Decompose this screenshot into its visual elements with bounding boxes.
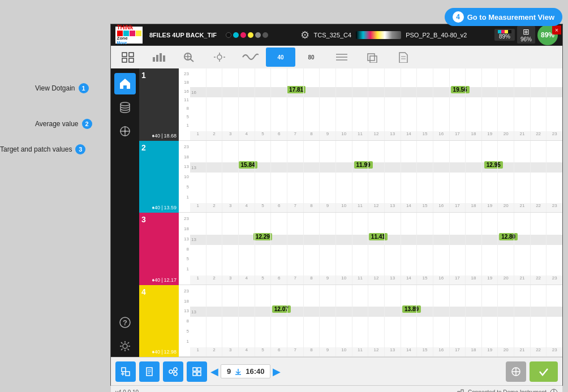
svg-point-49 xyxy=(174,368,177,371)
strip-1-number: 1 xyxy=(141,71,146,80)
dot-gray1 xyxy=(255,32,261,38)
color-bar xyxy=(356,31,401,39)
dot-cyan xyxy=(233,32,239,38)
svg-rect-20 xyxy=(368,54,375,61)
app-container: 4 Go to Measurement View View Dotgain 1 … xyxy=(0,0,568,392)
bottom-btn-4[interactable] xyxy=(187,361,207,382)
svg-line-39 xyxy=(128,342,130,344)
svg-text:?: ? xyxy=(123,318,127,327)
bottom-bar: ◀ 9 16:40 ▶ xyxy=(111,357,562,385)
svg-line-37 xyxy=(121,342,123,344)
svg-marker-24 xyxy=(120,79,130,89)
bottom-btn-1[interactable] xyxy=(115,361,136,382)
instrument-button[interactable] xyxy=(506,361,526,382)
strip-2-number: 2 xyxy=(141,143,146,152)
toolbar-btn-40[interactable]: 40 xyxy=(266,48,295,67)
strip-black: 1 ♦40 | 18.68 xyxy=(139,68,179,141)
zone-3-numbers: 1234567891011121314151617181920212223 xyxy=(190,275,562,285)
goto-label: Go to Measurement View xyxy=(467,13,554,21)
svg-point-12 xyxy=(217,55,222,59)
strip-1-info: ♦40 | 18.68 xyxy=(152,133,177,139)
zone-1-grid: 16 17.81 19.56 xyxy=(190,68,562,131)
strip-3-number: 3 xyxy=(141,215,146,224)
zone-section-1: 23 18 16 11 8 5 1 16 xyxy=(179,68,562,141)
connection-label: Connected to Demo Instrument xyxy=(468,389,547,392)
zone-1-numbers: 1 2 3 4 5 6 7 8 9 10 11 12 13 xyxy=(190,131,562,140)
toolbar-btn-doc[interactable] xyxy=(388,48,418,67)
nav-prev-button[interactable]: ◀ xyxy=(210,365,218,378)
svg-point-25 xyxy=(121,102,130,106)
toolbar-btn-list[interactable] xyxy=(327,48,356,67)
sidebar-btn-gear[interactable] xyxy=(114,335,136,357)
grid-area: 23 18 16 11 8 5 1 16 xyxy=(179,68,562,357)
toolbar-btn-overview[interactable] xyxy=(113,48,143,67)
svg-line-38 xyxy=(128,349,130,351)
zone-1-cols xyxy=(190,68,562,131)
zone-3-grid: 13 12.29 11.41 12.80 xyxy=(190,213,562,275)
ink-box-cmyk: 89% xyxy=(494,29,515,41)
svg-rect-53 xyxy=(193,368,196,371)
y-labels-1: 23 18 16 11 8 5 1 xyxy=(179,68,190,131)
color-dots xyxy=(226,32,268,38)
goto-measurement-button[interactable]: 4 Go to Measurement View xyxy=(445,8,562,26)
header-bar: THiNk Zone Move 8FILES 4UP BACK_TIF xyxy=(111,24,562,46)
page-number: 9 xyxy=(227,367,231,376)
bottom-btn-2[interactable] xyxy=(139,361,160,382)
zone-section-3: 23 18 13 8 5 1 13 12.29 11.41 xyxy=(179,213,562,285)
close-button[interactable]: × xyxy=(552,25,561,35)
svg-rect-1 xyxy=(129,53,134,57)
annotation-2-badge: 2 xyxy=(82,119,92,129)
zone-3-cols xyxy=(190,213,562,275)
profile-icon: ⚙ xyxy=(300,29,309,41)
nav-next-button[interactable]: ▶ xyxy=(273,365,281,378)
confirm-button[interactable] xyxy=(530,361,558,382)
y-labels-3: 23 18 13 8 5 1 xyxy=(179,213,190,275)
filename: 8FILES 4UP BACK_TIF xyxy=(149,32,217,38)
svg-line-40 xyxy=(121,349,123,351)
info-bar: v4.0.0.10 Connected to Demo Instrument xyxy=(111,385,562,392)
svg-rect-54 xyxy=(197,368,201,371)
toolbar-btn-copy[interactable] xyxy=(358,48,387,67)
annotation-2-label: Average value xyxy=(35,120,79,128)
svg-point-29 xyxy=(124,130,126,132)
zone-2-numbers: 1234567891011121314151617181920212223 xyxy=(190,203,562,212)
toolbar-btn-wave[interactable] xyxy=(235,48,265,67)
sidebar-btn-help[interactable]: ? xyxy=(114,312,136,333)
version-label: v4.0.0.10 xyxy=(115,389,139,392)
zone-4-numbers: 1234567891011121314151617181920212223 xyxy=(190,347,562,356)
page-time: 16:40 xyxy=(246,367,264,376)
y-labels-2: 23 18 13 10 5 1 xyxy=(179,141,190,204)
zone-2-cols xyxy=(190,141,562,204)
strip-4-info: ♦40 | 12.98 xyxy=(152,349,177,355)
svg-rect-41 xyxy=(122,368,126,372)
zone-2-grid: 13 15.84 11.99 12.95 xyxy=(190,141,562,204)
toolbar-btn-search[interactable] xyxy=(174,48,204,67)
main-content: ? 1 ♦40 | 18.68 2 xyxy=(111,68,562,357)
header-center: ⚙ TCS_325_C4 PSO_P2_B_40-80_v2 xyxy=(277,29,490,41)
pct1: 89% xyxy=(499,33,510,40)
connection-icon xyxy=(457,389,464,393)
svg-rect-5 xyxy=(156,55,158,62)
strip-2-info: ♦40 | 13.59 xyxy=(152,205,177,210)
toolbar-btn-80[interactable]: 80 xyxy=(296,48,326,67)
zone-section-2: 23 18 13 10 5 1 13 15.84 11.99 xyxy=(179,141,562,213)
dot-gray2 xyxy=(263,32,268,38)
bottom-btn-3[interactable] xyxy=(163,361,183,382)
svg-rect-2 xyxy=(122,58,127,62)
annotation-3: Target and patch values 3 xyxy=(0,144,85,154)
toolbar-btn-settings[interactable] xyxy=(205,48,234,67)
dot-magenta xyxy=(240,32,246,38)
annotation-3-badge: 3 xyxy=(75,144,85,154)
sidebar-btn-home[interactable] xyxy=(114,73,136,94)
svg-rect-7 xyxy=(163,55,165,62)
svg-rect-6 xyxy=(160,53,162,62)
svg-point-32 xyxy=(123,344,127,348)
strip-cyan: 2 ♦40 | 13.59 xyxy=(139,141,179,213)
svg-rect-56 xyxy=(197,372,201,376)
strip-magenta: 3 ♦40 | 12.17 xyxy=(139,213,179,285)
annotation-1: View Dotgain 1 xyxy=(35,83,89,93)
sidebar-btn-crosshair[interactable] xyxy=(114,120,136,142)
sidebar-btn-database[interactable] xyxy=(114,97,136,118)
toolbar-btn-chart[interactable] xyxy=(144,48,173,67)
ink-indicators: 89% ⊞ 96% 89% xyxy=(494,25,558,45)
